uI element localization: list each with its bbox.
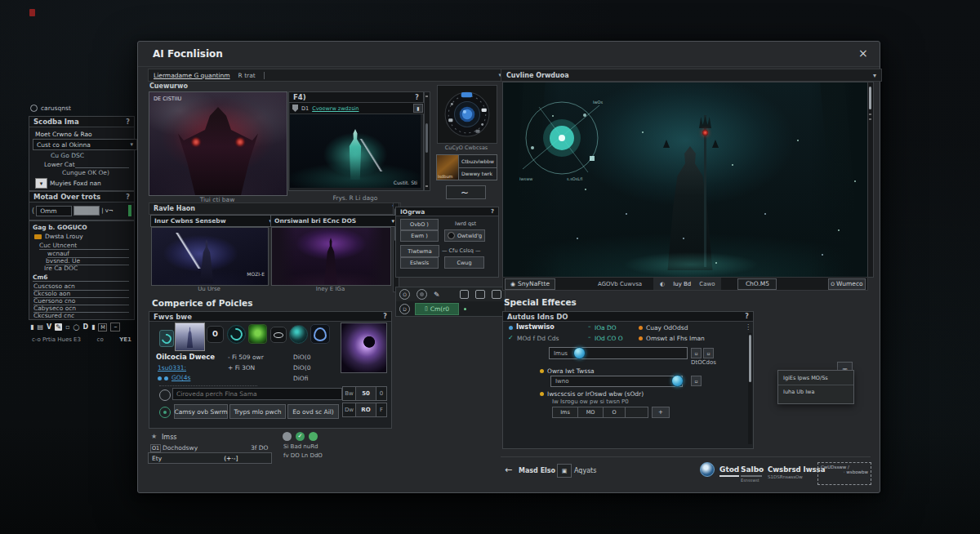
effects-opt2[interactable]: MOd f Dd Cds [517,335,559,342]
style-option-2[interactable]: Dwwwy twrk [459,168,497,180]
orange-option-icon[interactable] [540,369,544,373]
tools-button-1[interactable]: OvbO ) [400,219,439,230]
panel2-scrollbar[interactable] [424,91,430,191]
effects-right1[interactable]: Cuay OdOdsd [646,324,688,332]
section1-link[interactable]: Cu Go DSC [51,152,84,159]
back-label[interactable]: Masd Elso [519,467,555,474]
generated-image-demon[interactable]: DE CISTIIU [149,91,287,196]
segment-1[interactable]: Ims [553,407,578,417]
help-icon[interactable]: ? [126,194,130,201]
slider2-knob[interactable] [671,375,684,387]
curve-button[interactable]: ~ [446,185,486,199]
help-icon[interactable]: ? [415,94,419,101]
square-tool-icon[interactable] [475,290,485,299]
folder-icon[interactable]: ▤ [37,323,43,331]
viewer-tool-4[interactable]: ChO.M5 [737,278,777,290]
character-thumb[interactable] [175,323,205,351]
footer-dashed-box[interactable]: CwUDssww / · wsbowbw [817,462,871,485]
bar2-icon[interactable]: ▮ [91,323,95,331]
viewer-tool-1[interactable]: AGOVb Cuwvsa [598,281,642,287]
gauge-widget[interactable] [437,85,497,144]
entry-link1[interactable]: 1su0331: [158,364,186,372]
back-arrow-icon[interactable]: ← [505,465,512,475]
orange-option-icon[interactable] [540,392,544,396]
kebab-icon[interactable]: ⋮ [745,323,751,331]
effects-slider-1[interactable]: Imus [549,347,688,359]
value-input[interactable]: Omm [36,206,72,216]
list-item[interactable]: Ckcsured cnc [33,312,74,319]
teal-swirl-icon[interactable] [227,325,246,344]
style-option-1[interactable]: Ctbuzvlwbbw [459,155,497,168]
preset-b-dropdown[interactable]: Onrsiwanl bri ECnc DOS ▾ [270,215,399,227]
effects-slider-2[interactable]: Iwno [550,376,683,387]
footer-link-1[interactable]: Gtod [719,465,739,474]
segment-3[interactable]: O [604,407,626,417]
effects-mid2[interactable]: IOd CO O [595,335,623,342]
plus-button[interactable]: + [652,407,670,418]
blue-option-icon[interactable] [509,326,513,330]
composer-button-2[interactable]: Tryps mlo pwch [229,404,286,419]
teal-orb-icon[interactable] [289,325,308,344]
footer-primary[interactable]: Cwsbrsd Iwssa [768,465,825,474]
segment-4[interactable] [626,407,648,417]
help-icon[interactable]: ? [383,313,387,320]
pen-icon[interactable]: ✎ [55,323,62,331]
orange-option-icon[interactable] [639,336,643,340]
m-box-icon[interactable]: M [98,323,107,332]
square-tool-icon[interactable] [492,290,501,299]
help-icon[interactable]: ? [491,208,494,215]
help-icon[interactable]: ? [745,313,749,320]
circle-tool-icon[interactable]: D [399,304,410,314]
effects-mid1[interactable]: IOa DO [595,324,617,332]
minus-box-icon[interactable]: – [110,323,120,332]
close-icon[interactable]: × [858,47,868,60]
effects-right2[interactable]: Omswt al Fhs Iman [646,335,705,342]
eye-icon[interactable] [270,327,287,343]
main-canvas[interactable]: IwOs Iwsww s.sOsLfl [502,82,868,278]
square-tool-icon[interactable] [460,290,469,299]
tools-button-2[interactable]: Ewm ) [400,230,439,242]
generated-image-ghost[interactable]: Custit. Sti [290,114,421,188]
panel2-mini-button[interactable]: ▮ [413,104,423,113]
circle-tool-icon[interactable]: O [399,289,410,300]
tab-secondary[interactable]: R trat [238,72,256,79]
list-item[interactable]: Cuc Utncent [39,242,129,250]
small-box-icon[interactable]: ▫ [65,323,69,331]
help-icon[interactable]: ? [126,118,130,126]
size2-value[interactable]: RO [356,403,376,416]
tab-generation[interactable]: Liermadame G quantinm [154,72,230,79]
style-thumb[interactable]: Isdbum [437,155,459,180]
apply-box-button[interactable]: ▣ [557,464,572,478]
effects-opt1[interactable]: Iwstwwiso [516,323,555,331]
preset-a-image[interactable]: MOZI-E [151,227,269,286]
slider2-button[interactable]: ▫ [691,376,702,386]
size2-unit[interactable]: F [376,403,386,416]
progress-mark[interactable]: (+·-] [224,455,238,462]
swirl-artwork-thumb[interactable] [341,323,387,373]
circle-tool-icon[interactable]: ◯ [74,324,80,331]
bar-icon[interactable]: ▮ [30,323,33,331]
orange-option-icon[interactable] [639,326,643,330]
viewer-scrollbar[interactable] [867,82,874,278]
field-underline[interactable] [75,161,129,168]
panel2-link[interactable]: Cvoewrw zwdzsin [312,105,359,112]
tools-toggle[interactable]: Owtwld'g [444,229,485,242]
green-creature-icon[interactable] [248,324,267,344]
ring-tool-icon[interactable] [416,289,427,300]
tools-button-4[interactable]: Eslwsls [400,257,439,269]
composer-button-3[interactable]: Eo ovd sc Ail) [287,404,339,419]
preset-b-image[interactable] [271,227,391,286]
prompt-input[interactable] [172,388,342,400]
viewer-header[interactable]: Cuvline Orwduoa ▾ [501,69,882,82]
checkbox-dropdown[interactable]: ▾ [35,178,47,189]
apply-label[interactable]: Aqyats [574,467,596,474]
viewer-tool-3[interactable]: Cawo [699,281,715,287]
size1-unit[interactable]: 0 [376,387,386,400]
list-item[interactable]: Ire Ca DOC [44,265,78,272]
apply-green-button[interactable]: ▯ Cm(r0 [415,303,459,315]
entry-link2[interactable]: GO(4s [172,374,190,381]
footer-link-2[interactable]: Salbo [741,465,764,474]
viewer-drawmode-button[interactable]: ◉ SnyNaFtte [505,278,555,290]
viewer-share-button[interactable]: O Wumeco [828,278,866,290]
radio-icon[interactable] [30,105,38,112]
